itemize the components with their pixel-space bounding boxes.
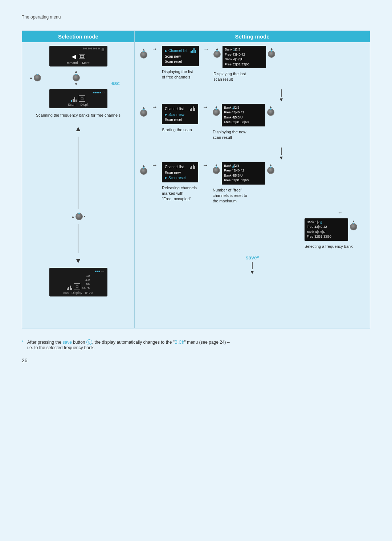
scan-reset-label-3: Scan reset (168, 175, 186, 181)
desc-right-1: Displaying the lastscan result (213, 71, 275, 82)
desc-left-2: Starting the scan (162, 127, 198, 133)
knob-icon-2 (73, 74, 80, 81)
menu-item-scan-new-1: Scan new (165, 54, 196, 59)
bank-box-final: Bank 1|2|3 Free 43|40|42 Bank 4|5|6|U Fr… (305, 218, 348, 241)
button-circle: 8 (86, 339, 92, 345)
desc-right-2: Displaying the newscan result (213, 129, 274, 141)
final-screen: ■■■ ••• ⊡ 104.95668.75 (49, 268, 107, 296)
channel-list-label-2: Channel list (165, 106, 184, 112)
knob-bank-final (350, 223, 357, 230)
bank-h1: 1 (233, 48, 235, 51)
arrow-right-1: → (203, 46, 209, 52)
menu-item-scan-reset-2: Scan reset (165, 117, 195, 122)
selection-mode-title: Selection mode (22, 31, 134, 42)
knob-bank-1 (213, 51, 221, 58)
arrow-right-3: → (203, 162, 208, 169)
save-section: save* ▼ (140, 255, 364, 275)
menu-box-3: Channel list (162, 162, 198, 182)
level-3: ▲ → Channel list (140, 162, 364, 204)
selection-mode-content: 🖥 ◀ mmand More (22, 42, 134, 300)
level-1-row: ▲ → ▶ Channel list (140, 46, 364, 82)
scan-screen: ■■■■■ □ ⊡ (49, 89, 107, 108)
setting-mode-content: ▲ → ▶ Channel list (135, 42, 370, 279)
scan-new-label-2: Scan new (168, 112, 184, 117)
menu-item-channel-list-1: ▶ Channel list (165, 48, 196, 54)
desc-left-3: Releasing channelsmarked with"Freq. occu… (162, 185, 198, 202)
bank-1: ▲ Bank 1|2|3 Free 43|40|42 Bank 4|5|6|U … (213, 46, 275, 82)
ipac-label: IP-Ac (85, 291, 93, 295)
knob-top-left: ▲ (29, 74, 41, 81)
menu-item-scan-reset-1: Scan reset (165, 59, 196, 64)
dot3 (88, 48, 90, 49)
menu-item-scan-reset-3: ▶ Scan reset (165, 175, 195, 181)
knob-bank-2b (267, 109, 274, 116)
desc-right-3: Number of "free"channels is reset tothe … (213, 187, 274, 204)
menu-3: Channel list (162, 162, 198, 202)
bar-chart-icon-1 (71, 97, 77, 102)
scan-new-label-1: Scan new (165, 54, 181, 59)
save-label: save* (246, 255, 259, 261)
setting-mode-title: Setting mode (135, 31, 370, 42)
channel-list-label-3: Channel list (165, 165, 184, 170)
knob-level3 (140, 167, 147, 175)
top-device-screen: 🖥 ◀ mmand More (49, 46, 107, 66)
arrow-2: → (152, 104, 158, 110)
connector-2: ▼ (198, 148, 364, 161)
arrow-3: → (152, 162, 158, 169)
menu-box-1: ▶ Channel list (162, 46, 199, 66)
scan-label: Scan (68, 103, 75, 106)
bch-highlight: B.Ch (175, 340, 184, 345)
bank-h2: 1 (232, 106, 234, 109)
menu-arrow-2: ▶ (165, 112, 167, 117)
arrow-right-2: → (203, 104, 208, 110)
bank-box-3: Bank 1|2|3 Free 43|40|42 Bank 4|5|6|U Fr… (222, 162, 265, 185)
level-2: ▲ → Channel list (140, 104, 364, 141)
menu-2: Channel list (162, 104, 198, 133)
bank-h3: 1 (232, 164, 234, 167)
scan-reset-label-2: Scan reset (165, 117, 182, 122)
page-number: 26 (22, 358, 370, 363)
desc-final: Selecting a frequency bank (305, 244, 357, 249)
bank-3: ▲ Bank 1|2|3 Free 43|40|42 Bank 4|5|6|U … (213, 162, 274, 204)
channel-list-label-1: Channel list (168, 48, 187, 53)
menu-box-2: Channel list (162, 104, 198, 124)
page-header: The operating menu (22, 15, 370, 20)
footer-note: * After pressing the save button 8, the … (22, 339, 370, 350)
footnote-asterisk: * (22, 339, 24, 345)
knob-icon-3 (75, 213, 83, 220)
knob-bank-3b (267, 167, 274, 174)
scan-new-label-3: Scan new (165, 170, 181, 175)
dot2 (85, 48, 87, 49)
arrow-1: → (152, 46, 158, 52)
connector-3: ← (140, 210, 364, 215)
dot4 (90, 48, 92, 49)
footnote-text: After pressing the save button 8, the di… (27, 339, 230, 350)
dot1 (83, 48, 85, 49)
final-bank-section: Bank 1|2|3 Free 43|40|42 Bank 4|5|6|U Fr… (140, 218, 364, 249)
save-word: save (62, 340, 72, 345)
setting-mode-panel: Setting mode ▲ → (135, 31, 370, 328)
knob-left-bottom: ▲ • (71, 213, 85, 220)
can-label: can (63, 291, 69, 295)
level-1: ▲ → ▶ Channel list (140, 46, 364, 82)
menu-item-channel-list-2: Channel list (165, 106, 195, 112)
main-diagram: Selection mode 🖥 ◀ (22, 31, 370, 328)
bar-icon-menu-3 (188, 164, 195, 170)
page: The operating menu Selection mode (0, 0, 392, 385)
displ-label: Displ. (81, 103, 89, 106)
knob-bank-3 (213, 167, 220, 174)
display-label: Display (72, 291, 82, 295)
menu-item-channel-list-3: Channel list (165, 164, 195, 170)
scan-reset-label-1: Scan reset (165, 59, 182, 64)
level-3-row: ▲ → Channel list (140, 162, 364, 204)
knob-level1 (140, 51, 147, 58)
bank-box-2: Bank 1|2|3 Free 43|40|42 Bank 4|5|6|U Fr… (222, 104, 265, 126)
bank-hf: 3 (320, 220, 322, 224)
connector-1: ▼ (198, 89, 364, 102)
bar-chart-icon-2 (67, 285, 72, 290)
level-2-row: ▲ → Channel list (140, 104, 364, 141)
more-label: More (82, 61, 90, 65)
menu-arrow-3: ▶ (165, 175, 167, 180)
bank-box-1: Bank 1|2|3 Free 43|40|42 Bank 4|5|6|U Fr… (222, 46, 266, 68)
knob-level2 (140, 109, 147, 117)
